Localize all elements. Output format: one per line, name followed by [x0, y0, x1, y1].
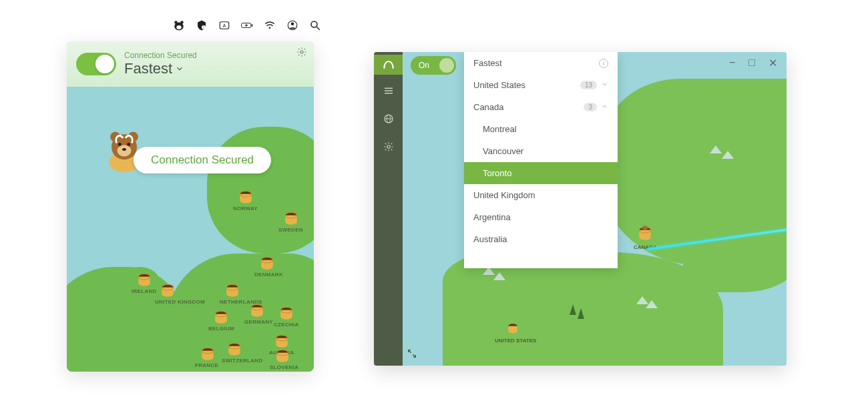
location-child-item[interactable]: Toronto: [464, 162, 618, 184]
svg-point-42: [226, 291, 238, 297]
svg-point-90: [387, 145, 390, 149]
brand-logo: [374, 55, 403, 75]
country-label: DENMARK: [254, 272, 283, 278]
country-label: IRELAND: [132, 288, 157, 294]
window-maximize-button[interactable]: □: [748, 57, 755, 69]
svg-point-34: [138, 280, 150, 286]
location-selector[interactable]: Fastest: [124, 60, 197, 77]
selected-location-label: Fastest: [124, 60, 172, 77]
shield-menubar-icon[interactable]: i: [195, 19, 208, 32]
location-item[interactable]: United Kingdom: [464, 184, 618, 206]
svg-point-22: [127, 143, 130, 146]
location-item[interactable]: Argentina: [464, 206, 618, 228]
globe-icon[interactable]: [374, 107, 403, 131]
svg-rect-9: [252, 24, 253, 26]
tunnel-marker[interactable]: [226, 340, 243, 358]
chevron-up-icon: [601, 103, 608, 111]
tunnel-marker[interactable]: [248, 302, 266, 319]
location-label: Australia: [473, 234, 507, 244]
battery-menubar-icon[interactable]: [240, 19, 254, 32]
country-label: SLOVENIA: [270, 364, 298, 370]
tunnel-marker[interactable]: [212, 308, 230, 326]
window-titlebar: − □ ✕: [403, 52, 787, 73]
svg-text:i: i: [204, 26, 204, 29]
location-label: United States: [473, 80, 525, 90]
country-label: BELGIUM: [208, 326, 234, 332]
gear-icon[interactable]: [296, 47, 307, 60]
svg-point-21: [118, 143, 122, 146]
country-label: SWEDEN: [278, 227, 303, 233]
settings-icon[interactable]: [374, 135, 403, 159]
svg-point-15: [300, 51, 303, 53]
country-label-us: UNITED STATES: [495, 338, 536, 344]
svg-point-97: [643, 226, 648, 230]
location-child-item[interactable]: Vancouver: [464, 140, 618, 162]
location-item[interactable]: Canada3: [464, 96, 618, 118]
svg-point-74: [276, 356, 288, 362]
window-close-button[interactable]: ✕: [769, 57, 777, 69]
country-label: UNITED KINGDOM: [155, 299, 205, 305]
country-label: SWITZERLAND: [222, 358, 263, 364]
location-label: Vancouver: [483, 146, 523, 156]
country-label: GERMANY: [244, 319, 273, 325]
tunnelbear-windows-app: − □ ✕ On FastestiUnited States13Canada3M…: [374, 52, 787, 366]
svg-point-46: [261, 264, 272, 270]
country-label: FRANCE: [195, 362, 218, 368]
tunnel-marker[interactable]: [199, 345, 216, 362]
tunnel-marker[interactable]: [258, 254, 276, 272]
svg-point-23: [122, 148, 126, 151]
tunnel-marker[interactable]: [278, 304, 295, 322]
count-badge: 3: [584, 103, 597, 111]
svg-point-93: [639, 234, 650, 240]
tunnel-marker[interactable]: [274, 347, 291, 364]
location-label: Argentina: [473, 212, 511, 222]
svg-point-3: [176, 25, 182, 29]
macos-menubar: i A: [172, 19, 322, 32]
country-label: NORWAY: [233, 206, 258, 212]
connection-bubble: Connection Secured: [134, 147, 271, 173]
tunnel-marker[interactable]: [237, 188, 254, 206]
svg-point-12: [291, 23, 294, 26]
fullscreen-icon[interactable]: [407, 348, 417, 362]
svg-point-26: [240, 197, 251, 203]
svg-point-100: [508, 329, 517, 334]
location-label: Canada: [473, 102, 504, 112]
country-label: CZECHIA: [274, 322, 299, 328]
tunnel-marker-us[interactable]: [506, 322, 519, 335]
tunnel-marker-canada[interactable]: [636, 224, 654, 242]
search-menubar-icon[interactable]: [308, 19, 322, 32]
svg-text:A: A: [222, 23, 226, 29]
popover-header: Connection Secured Fastest: [67, 41, 314, 87]
svg-point-66: [228, 350, 240, 356]
svg-point-58: [280, 314, 292, 320]
location-item[interactable]: Australia: [464, 228, 618, 250]
svg-line-14: [316, 27, 320, 30]
chevron-down-icon: [175, 64, 184, 73]
window-minimize-button[interactable]: −: [729, 57, 735, 69]
tunnelbear-mac-popover: Connection Secured Fastest Connection Se…: [67, 41, 314, 372]
bear-menubar-icon[interactable]: [172, 19, 186, 32]
map-right[interactable]: On FastestiUnited States13Canada3Montrea…: [403, 52, 787, 366]
location-child-item[interactable]: Montreal: [464, 118, 618, 140]
svg-point-70: [202, 354, 213, 360]
user-menubar-icon[interactable]: [286, 19, 299, 32]
language-menubar-icon[interactable]: A: [218, 19, 231, 32]
menu-icon[interactable]: [374, 79, 403, 103]
tunnel-marker[interactable]: [224, 282, 241, 299]
location-item[interactable]: United States13: [464, 74, 618, 96]
svg-point-30: [285, 219, 296, 225]
connection-toggle[interactable]: [76, 53, 116, 75]
tunnel-marker[interactable]: [282, 210, 300, 227]
count-badge: 13: [580, 81, 597, 89]
app-sidebar: [374, 52, 403, 366]
map-left[interactable]: Connection Secured NORWAYSWEDENIRELANDUN…: [67, 87, 314, 372]
location-label: United Kingdom: [473, 190, 535, 200]
tunnel-marker[interactable]: [136, 271, 153, 288]
tunnel-marker[interactable]: [159, 282, 176, 299]
wifi-menubar-icon[interactable]: [263, 19, 276, 32]
location-panel: FastestiUnited States13Canada3MontrealVa…: [464, 52, 618, 268]
location-label: Montreal: [483, 124, 517, 134]
location-label: Toronto: [483, 168, 511, 178]
connection-status-label: Connection Secured: [124, 51, 197, 60]
svg-point-10: [269, 27, 271, 29]
